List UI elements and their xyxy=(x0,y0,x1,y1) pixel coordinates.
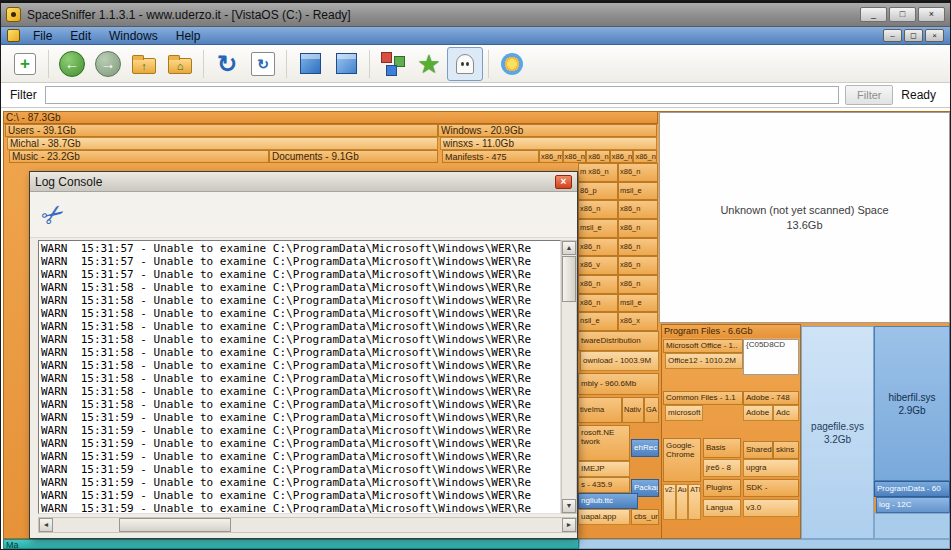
log-output[interactable]: WARN 15:31:57 - Unable to examine C:\Pro… xyxy=(38,240,561,514)
treemap-box-upgrade[interactable]: upgra xyxy=(743,459,799,477)
treemap-box-microsoft[interactable]: microsoft xyxy=(665,405,703,421)
treemap-box-s4359[interactable]: s - 435.9 xyxy=(578,477,630,493)
scroll-right-button[interactable]: ► xyxy=(562,518,576,532)
toolbar: + ← → ↑ ⌂ ↻ ↻ ★ xyxy=(1,45,950,83)
treemap-box-common-files[interactable]: Common Files - 1.1 xyxy=(663,391,743,405)
treemap-box-microsoft-net[interactable]: rosoft.NE twork xyxy=(578,425,630,461)
refresh-view-button[interactable]: ↻ xyxy=(245,47,281,81)
treemap-box-users[interactable]: Users - 39.1Gb xyxy=(5,124,438,137)
treemap-box-documents[interactable]: Documents - 9.1Gb xyxy=(269,150,438,163)
mdi-restore-button[interactable]: ◻ xyxy=(904,29,923,42)
unknown-space-size: 13.6Gb xyxy=(786,218,822,233)
titlebar[interactable]: SpaceSniffer 1.1.3.1 - www.uderzo.it - [… xyxy=(1,1,950,27)
filter-input[interactable] xyxy=(45,86,840,104)
treemap-box-imejp[interactable]: IMEJP xyxy=(578,461,630,477)
go-home-button[interactable]: ⌂ xyxy=(162,47,198,81)
go-up-button[interactable]: ↑ xyxy=(126,47,162,81)
vertical-scrollbar[interactable]: ▲ ▼ xyxy=(561,240,577,514)
treemap-box-michal[interactable]: Michal - 38.7Gb xyxy=(7,137,438,150)
treemap-box-windows[interactable]: Windows - 20.9Gb xyxy=(438,124,657,137)
cut-icon[interactable]: ✂ xyxy=(35,195,72,234)
star-filter-button[interactable]: ★ xyxy=(411,47,447,81)
new-scan-button[interactable]: + xyxy=(7,47,43,81)
treemap-box-skins[interactable]: skins xyxy=(773,441,799,459)
treemap-box-basis[interactable]: Basis xyxy=(703,438,741,458)
treemap-box-ehrec[interactable]: ehRec xyxy=(631,439,659,457)
treemap-box-adobe-748[interactable]: Adobe - 748 xyxy=(743,391,799,405)
treemap-manifest-cells[interactable]: x86_microx86_nx86_nx86_nx86_n xyxy=(539,150,657,163)
treemap-box-adobe[interactable]: Adobe xyxy=(743,405,773,421)
treemap-box-ms-office[interactable]: Microsoft Office - 1.. xyxy=(663,339,743,353)
refresh-view-icon: ↻ xyxy=(251,52,275,76)
treemap-free-space-strip[interactable]: Ma xyxy=(3,539,579,549)
treemap-box-manifests[interactable]: Manifests - 475 xyxy=(442,150,539,163)
mdi-close-button[interactable]: × xyxy=(925,29,944,42)
menu-file[interactable]: File xyxy=(24,27,61,45)
treemap-x86-grid[interactable]: m x86_nx86_n86_pmsil_ex86_nx86_nmsil_ex8… xyxy=(578,163,658,331)
treemap-native-row[interactable]: tiveIma Nativ GA xyxy=(578,397,659,423)
menu-edit[interactable]: Edit xyxy=(61,27,100,45)
treemap-box-programdata[interactable]: ProgramData - 60 xyxy=(874,481,950,497)
log-line: WARN 15:31:58 - Unable to examine C:\Pro… xyxy=(41,307,558,320)
treemap-mini-cells[interactable]: v2:AucATI. xyxy=(663,484,701,520)
detail-level-button[interactable] xyxy=(375,47,411,81)
horizontal-scroll-thumb[interactable] xyxy=(119,518,231,532)
treemap-box-hiberfil[interactable]: hiberfil.sys 2.9Gb xyxy=(874,326,950,481)
treemap-x86-row-cell: x86_n xyxy=(618,275,658,294)
back-button[interactable]: ← xyxy=(54,47,90,81)
treemap-box-nativ[interactable]: Nativ xyxy=(622,397,644,423)
treemap-x86-row: x86_vx86_n xyxy=(578,256,658,275)
configuration-button[interactable] xyxy=(494,47,530,81)
treemap-box-winsxs[interactable]: winsxs - 11.0Gb xyxy=(440,137,657,150)
treemap-box-office12[interactable]: Office12 - 1010.2M xyxy=(665,353,743,369)
treemap-box-cbs-un[interactable]: cbs_un xyxy=(631,509,659,525)
treemap-box-mingliu-ttc[interactable]: ngliub.ttc xyxy=(578,493,638,509)
rescan-button[interactable]: ↻ xyxy=(209,47,245,81)
treemap-box-adc[interactable]: Adc xyxy=(773,405,799,421)
log-console-close-button[interactable]: × xyxy=(555,175,572,189)
log-console-titlebar[interactable]: Log Console × xyxy=(30,172,577,192)
show-free-space-button[interactable] xyxy=(447,47,483,81)
log-console-dialog[interactable]: Log Console × ✂ WARN 15:31:57 - Unable t… xyxy=(29,171,578,539)
minimize-button[interactable]: _ xyxy=(860,7,887,22)
menubar: File Edit Windows Help – ◻ × xyxy=(1,27,950,45)
treemap-box-c-drive[interactable]: C:\ - 87.3Gb xyxy=(3,111,658,124)
less-detail-button[interactable] xyxy=(292,47,328,81)
treemap-box-pagefile[interactable]: pagefile.sys 3.2Gb xyxy=(801,326,874,539)
treemap-box-v30[interactable]: v3.0 xyxy=(743,499,799,517)
treemap-box-assembly[interactable]: mbly - 960.6Mb xyxy=(578,373,659,395)
filter-button[interactable]: Filter xyxy=(845,85,893,105)
treemap-box-unknown-space[interactable]: Unknown (not yet scanned) Space 13.6Gb xyxy=(659,112,950,323)
treemap-box-music[interactable]: Music - 23.2Gb xyxy=(9,150,269,163)
treemap-box-uapai-app[interactable]: uapai.app xyxy=(578,509,630,525)
treemap-x86-row-cell: x86_n xyxy=(618,200,658,219)
menu-windows[interactable]: Windows xyxy=(100,27,167,45)
treemap-box-sdk[interactable]: SDK - xyxy=(743,479,799,497)
treemap-box-download[interactable]: ownload - 1003.9M xyxy=(580,351,659,371)
treemap-x86-row-cell: x86_n xyxy=(618,219,658,238)
treemap-box-log-folder[interactable]: log - 12C xyxy=(876,497,950,513)
close-button[interactable]: × xyxy=(918,7,945,22)
more-detail-button[interactable] xyxy=(328,47,364,81)
maximize-button[interactable]: □ xyxy=(889,7,916,22)
menu-help[interactable]: Help xyxy=(167,27,210,45)
scroll-down-button[interactable]: ▼ xyxy=(562,499,576,513)
horizontal-scrollbar[interactable]: ◄ ► xyxy=(38,517,577,533)
hiberfil-size: 2.9Gb xyxy=(898,404,925,417)
treemap-box-ga[interactable]: GA xyxy=(644,397,659,423)
treemap-box-jre6[interactable]: jre6 - 8 xyxy=(703,459,741,477)
treemap-box-softwaredistribution[interactable]: twareDistribution xyxy=(578,331,659,351)
treemap-box-shared[interactable]: Shared xyxy=(743,441,773,459)
scroll-left-button[interactable]: ◄ xyxy=(39,518,53,532)
treemap-box-nativeimages[interactable]: tiveIma xyxy=(578,397,622,423)
spacesniffer-window: SpaceSniffer 1.1.3.1 - www.uderzo.it - [… xyxy=(0,0,951,550)
forward-button[interactable]: → xyxy=(90,47,126,81)
treemap-box-plugins[interactable]: Plugins xyxy=(703,479,741,497)
scroll-up-button[interactable]: ▲ xyxy=(562,241,576,255)
treemap-box-google-chrome[interactable]: Google- Chrome xyxy=(663,438,701,482)
mdi-minimize-button[interactable]: – xyxy=(883,29,902,42)
treemap-box-guid[interactable]: {C05D8CD xyxy=(743,339,799,375)
treemap-box-language[interactable]: Langua xyxy=(703,499,741,517)
vertical-scroll-thumb[interactable] xyxy=(562,256,576,302)
mdi-document-icon[interactable] xyxy=(7,29,20,42)
